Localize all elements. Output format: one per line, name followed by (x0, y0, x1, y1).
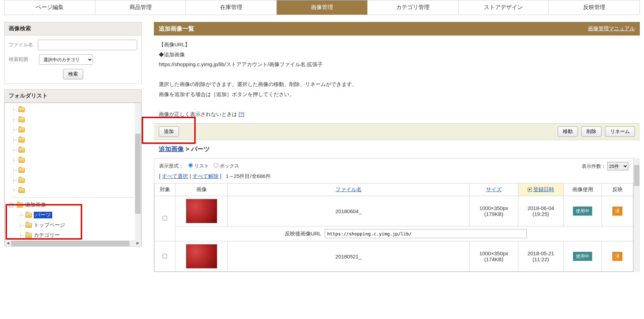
tab-category[interactable]: カテゴリ管理 (368, 0, 458, 15)
usage-badge: 使用中 (573, 207, 592, 216)
folder-icon (18, 117, 25, 122)
perpage-label: 表示件数： (582, 163, 606, 169)
tab-page-edit[interactable]: ページ編集 (5, 0, 95, 15)
info-block: 【画像URL】 ◆追加画像 https://shopping.c.yimg.jp… (154, 36, 640, 123)
main-header: 追加画像一覧 画像管理マニュアル (154, 22, 640, 36)
breadcrumb-root[interactable]: 追加画像 (159, 146, 184, 153)
deselect-all-link[interactable]: すべて解除 (193, 173, 219, 179)
action-bar: 追加 移動 削除 リネーム (154, 123, 640, 140)
cell-date: 2018-05-21(11:22) (518, 241, 564, 272)
search-button[interactable]: 検索 (63, 69, 83, 79)
display-box-radio[interactable] (214, 163, 218, 168)
folder-title: フォルダリスト (5, 90, 141, 103)
tree-item[interactable]: ├─ (5, 165, 141, 175)
tab-reflect[interactable]: 反映管理 (549, 0, 639, 15)
tree-item[interactable]: ├─ (5, 175, 141, 185)
table-row: 20180604_ 1000×350px(179KB) 2018-06-04(1… (155, 196, 633, 226)
thumbnail[interactable] (186, 244, 217, 269)
table-row-url: 反映後画像URL (155, 226, 633, 241)
url-label: 反映後画像URL (285, 231, 321, 236)
table-row: 20180521_ 1000×350px(174KB) 2018-05-21(1… (155, 241, 633, 272)
tree-item[interactable]: ├─ (5, 145, 141, 155)
folder-icon (18, 158, 25, 163)
display-label: 表示形式： (159, 163, 183, 169)
thumbnail[interactable] (186, 199, 217, 223)
scope-label: 検索範囲 (9, 56, 35, 63)
add-button[interactable]: 追加 (159, 126, 179, 137)
col-date[interactable]: ▼登録日時 (518, 184, 564, 196)
tree-item[interactable]: ├─ (5, 104, 141, 115)
col-image: 画像 (175, 184, 228, 196)
tree-item[interactable]: ├─ (5, 125, 141, 135)
folder-icon (18, 138, 25, 142)
col-reflect: 反映 (602, 184, 633, 196)
collapse-icon[interactable]: - (9, 203, 13, 207)
rename-button[interactable]: リネーム (605, 126, 635, 137)
main-title: 追加画像一覧 (159, 25, 194, 33)
reflect-badge: 済 (612, 207, 622, 216)
tree-scrollbar-v[interactable] (135, 103, 141, 240)
tab-store-design[interactable]: ストアデザイン (458, 0, 549, 15)
folder-icon (18, 188, 25, 193)
manual-link[interactable]: 画像管理マニュアル (588, 25, 635, 32)
cell-filename: 20180604_ (228, 196, 470, 226)
help-link[interactable]: [?] (238, 111, 244, 117)
tree-item-category[interactable]: ├─カテゴリー (5, 230, 141, 240)
usage-badge: 使用中 (573, 252, 592, 261)
tab-image[interactable]: 画像管理 (277, 0, 368, 15)
sort-desc-icon: ▼ (528, 188, 532, 192)
select-all-link[interactable]: すべて選択 (162, 173, 188, 179)
folder-icon (25, 223, 32, 228)
tree-item[interactable]: ├─ (5, 115, 141, 125)
folder-icon (25, 213, 32, 218)
breadcrumb-leaf: パーツ (191, 146, 210, 153)
folder-icon (18, 168, 25, 173)
perpage-select[interactable]: 25件 (607, 162, 628, 170)
tree-item[interactable]: ├─ (5, 135, 141, 145)
tree-item[interactable]: ├─ (5, 155, 141, 165)
cell-filename: 20180521_ (228, 241, 470, 272)
search-panel: 画像検索 ファイル名 検索範囲 選択中のカテゴリ 検索 (4, 22, 142, 84)
folder-icon (18, 148, 25, 153)
folder-panel: フォルダリスト ├─ ├─ ├─ ├─ ├─ ├─ ├─ ├─ └─ - (4, 89, 142, 247)
count-text: 1～25件目/全686件 (226, 173, 270, 179)
list-scrollbar-v[interactable] (634, 158, 640, 272)
col-size[interactable]: サイズ (470, 184, 518, 196)
cell-date: 2018-06-04(19:25) (518, 196, 564, 226)
reflect-badge: 済 (612, 252, 622, 261)
url-input[interactable] (325, 229, 527, 238)
col-check: 対象 (155, 184, 175, 196)
tab-stock[interactable]: 在庫管理 (186, 0, 277, 15)
display-list-radio[interactable] (188, 163, 193, 168)
folder-icon (25, 233, 32, 238)
row-checkbox[interactable] (163, 254, 167, 258)
folder-icon (18, 178, 25, 183)
filename-input[interactable] (38, 40, 137, 50)
tree-scrollbar-h[interactable]: ◀▶ (5, 240, 141, 247)
image-list-panel: 表示形式： リスト ボックス 表示件数： 25件 [ すべて選択 | すべて解除… (154, 158, 634, 272)
tree-item-added[interactable]: - 追加画像 (5, 200, 141, 210)
tab-product[interactable]: 商品管理 (95, 0, 186, 15)
col-use: 画像使用 (564, 184, 602, 196)
main-tabs: ページ編集 商品管理 在庫管理 画像管理 カテゴリ管理 ストアデザイン 反映管理 (4, 0, 640, 15)
tree-item-parts[interactable]: ├─パーツ (5, 210, 141, 220)
delete-button[interactable]: 削除 (581, 126, 602, 137)
search-title: 画像検索 (5, 22, 141, 36)
folder-tree: ├─ ├─ ├─ ├─ ├─ ├─ ├─ ├─ └─ - 追加画像 ├─パーツ (5, 103, 141, 240)
image-table: 対象 画像 ファイル名 サイズ ▼登録日時 画像使用 反映 20180604_ … (154, 183, 633, 272)
cell-size: 1000×350px(174KB) (470, 241, 518, 272)
filename-label: ファイル名 (9, 42, 34, 48)
folder-icon (17, 203, 23, 208)
tree-item-top[interactable]: ├─トップページ (5, 220, 141, 230)
folder-icon (18, 107, 25, 112)
row-checkbox[interactable] (163, 216, 167, 220)
folder-icon (18, 127, 25, 132)
tree-item[interactable]: └─ (5, 185, 141, 195)
col-filename[interactable]: ファイル名 (228, 184, 470, 196)
move-button[interactable]: 移動 (558, 126, 578, 137)
cell-size: 1000×350px(179KB) (470, 196, 518, 226)
scope-select[interactable]: 選択中のカテゴリ (39, 54, 93, 65)
breadcrumb: 追加画像 > パーツ (154, 140, 640, 158)
